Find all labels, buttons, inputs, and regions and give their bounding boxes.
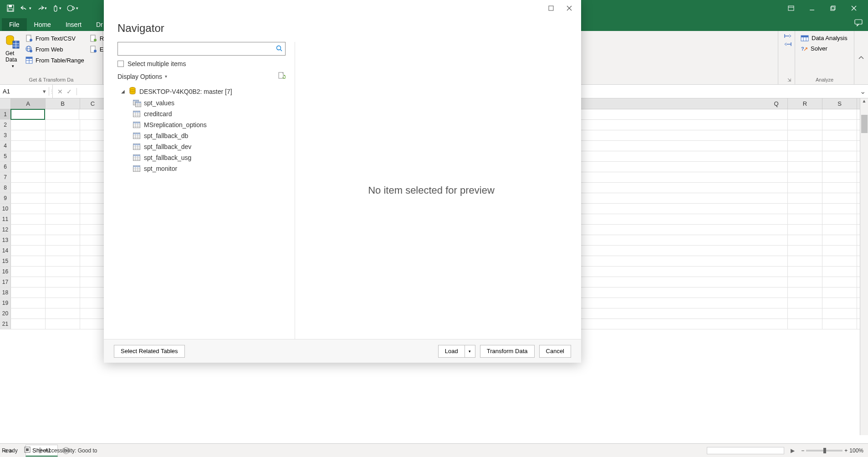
cell[interactable] (46, 256, 80, 266)
row-header[interactable]: 5 (0, 151, 11, 161)
accessibility-status[interactable]: Accessibility: Good to (37, 447, 97, 454)
cell[interactable] (765, 277, 788, 287)
cell[interactable] (46, 172, 80, 182)
name-box[interactable]: ▾ (0, 87, 49, 96)
col-header-s[interactable]: S (822, 98, 857, 109)
cell[interactable] (46, 308, 80, 318)
cell[interactable] (788, 308, 822, 318)
row-header[interactable]: 7 (0, 172, 11, 182)
row-header[interactable]: 2 (0, 120, 11, 130)
cell[interactable] (46, 130, 80, 140)
cell[interactable] (46, 235, 80, 245)
group-button[interactable] (782, 33, 794, 39)
cell[interactable] (11, 235, 46, 245)
comments-button[interactable] (849, 16, 868, 31)
row-header[interactable]: 9 (0, 193, 11, 203)
cell[interactable] (788, 277, 822, 287)
cell[interactable] (822, 193, 857, 203)
row-header[interactable]: 12 (0, 225, 11, 235)
cell[interactable] (46, 120, 80, 130)
row-header[interactable]: 1 (0, 109, 11, 119)
cell[interactable] (46, 298, 80, 308)
cell[interactable] (822, 256, 857, 266)
search-input[interactable] (121, 46, 276, 52)
cell[interactable] (822, 172, 857, 182)
cell[interactable] (80, 246, 106, 256)
cell[interactable] (822, 151, 857, 161)
cell[interactable] (80, 204, 106, 214)
cell[interactable] (80, 277, 106, 287)
cell[interactable] (788, 256, 822, 266)
zoom-level[interactable]: 100% (849, 447, 863, 454)
dialog-close-button[interactable] (560, 1, 578, 15)
from-web-button[interactable]: From Web (24, 45, 86, 54)
select-related-tables-button[interactable]: Select Related Tables (114, 345, 185, 358)
cell[interactable] (765, 151, 788, 161)
search-box[interactable] (117, 42, 286, 56)
cell[interactable] (822, 225, 857, 235)
cell[interactable] (11, 193, 46, 203)
cell[interactable] (822, 109, 857, 119)
cell[interactable] (765, 235, 788, 245)
cell[interactable] (765, 109, 788, 119)
col-header-a[interactable]: A (11, 98, 46, 109)
row-header[interactable]: 15 (0, 256, 11, 266)
col-header-b[interactable]: B (46, 98, 80, 109)
cell[interactable] (11, 204, 46, 214)
tree-item[interactable]: spt_fallback_db (117, 130, 286, 141)
cell[interactable] (11, 151, 46, 161)
cell[interactable] (765, 162, 788, 172)
tab-home[interactable]: Home (27, 18, 58, 31)
dialog-maximize-button[interactable] (542, 1, 560, 15)
cell[interactable] (788, 172, 822, 182)
cell[interactable] (80, 183, 106, 193)
cell[interactable] (80, 120, 106, 130)
tab-insert[interactable]: Insert (58, 18, 89, 31)
cell[interactable] (765, 298, 788, 308)
row-header[interactable]: 21 (0, 319, 11, 329)
search-icon[interactable] (276, 45, 282, 53)
row-header[interactable]: 14 (0, 246, 11, 256)
row-header[interactable]: 19 (0, 298, 11, 308)
cell[interactable] (788, 120, 822, 130)
col-header-q[interactable]: Q (765, 98, 788, 109)
redo-button[interactable]: ▾ (35, 2, 48, 15)
tab-file[interactable]: File (2, 18, 27, 31)
cell[interactable] (11, 308, 46, 318)
cell[interactable] (80, 267, 106, 277)
cell[interactable] (822, 319, 857, 329)
cell[interactable] (822, 130, 857, 140)
zoom-out-button[interactable]: − (801, 447, 804, 454)
cell[interactable] (46, 162, 80, 172)
cell[interactable] (765, 308, 788, 318)
cell[interactable] (46, 204, 80, 214)
row-header[interactable]: 20 (0, 308, 11, 318)
cell[interactable] (11, 277, 46, 287)
cell[interactable] (822, 214, 857, 224)
cell[interactable] (11, 319, 46, 329)
cell[interactable] (46, 183, 80, 193)
cell[interactable] (46, 151, 80, 161)
tree-item[interactable]: spt_values (117, 98, 286, 108)
cell[interactable] (788, 225, 822, 235)
cell[interactable] (11, 130, 46, 140)
cell[interactable] (11, 183, 46, 193)
cell[interactable] (79, 109, 105, 119)
ribbon-display-button[interactable] (781, 0, 802, 16)
cell[interactable] (788, 109, 822, 119)
scroll-right-button[interactable]: ▶ (791, 447, 795, 454)
cell[interactable] (11, 172, 46, 182)
cell[interactable] (822, 204, 857, 214)
vertical-scrollbar[interactable]: ▲ (860, 98, 868, 435)
row-header[interactable]: 11 (0, 214, 11, 224)
cell[interactable] (765, 130, 788, 140)
cell[interactable] (11, 214, 46, 224)
undo-button[interactable]: ▾ (19, 2, 33, 15)
cell[interactable] (765, 193, 788, 203)
expand-formula-bar-button[interactable]: ⌄ (857, 87, 868, 96)
save-button[interactable] (4, 2, 17, 15)
cell[interactable] (80, 308, 106, 318)
cell[interactable] (788, 298, 822, 308)
cell[interactable] (765, 319, 788, 329)
name-box-dropdown[interactable]: ▾ (43, 88, 46, 95)
